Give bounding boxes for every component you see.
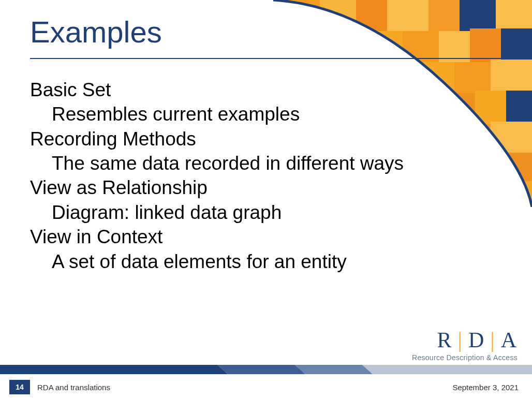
body-line-indent: A set of data elements for an entity (30, 249, 404, 274)
logo-divider-icon: | (457, 328, 463, 352)
svg-rect-25 (491, 122, 532, 153)
svg-rect-18 (454, 62, 491, 93)
svg-rect-5 (428, 0, 460, 31)
svg-rect-11 (403, 31, 439, 62)
logo-tagline: Resource Description & Access (412, 353, 518, 362)
body-line-indent: Resembles current examples (30, 102, 404, 126)
slide-title: Examples (30, 14, 162, 49)
svg-rect-4 (387, 0, 428, 36)
body-line: View as Relationship (30, 175, 404, 200)
body-line: View in Context (30, 225, 404, 249)
svg-marker-32 (362, 365, 532, 374)
slide-body: Basic Set Resembles current examples Rec… (30, 78, 404, 274)
svg-rect-14 (501, 28, 532, 60)
title-divider (30, 58, 501, 59)
svg-marker-30 (217, 365, 305, 374)
svg-rect-7 (496, 0, 532, 28)
svg-rect-8 (304, 26, 335, 57)
svg-rect-13 (470, 28, 501, 62)
slide-footer: 14 RDA and translations September 3, 202… (0, 375, 532, 399)
body-line: Recording Methods (30, 127, 404, 151)
footer-ribbon (0, 365, 532, 374)
logo-letter-d: D (468, 328, 485, 352)
logo-letter-r: R (437, 328, 452, 352)
logo-letter-a: A (501, 328, 518, 352)
svg-rect-19 (491, 60, 532, 91)
rda-logo: R | D | A Resource Description & Access (412, 328, 518, 362)
svg-rect-24 (454, 124, 491, 155)
footer-doc-title: RDA and translations (37, 383, 110, 392)
body-line-indent: The same data recorded in different ways (30, 151, 404, 175)
svg-rect-23 (506, 91, 532, 122)
svg-rect-12 (439, 31, 470, 62)
logo-divider-icon: | (490, 328, 495, 352)
svg-rect-20 (408, 93, 444, 124)
footer-date: September 3, 2021 (452, 383, 519, 392)
svg-rect-9 (335, 26, 372, 57)
body-line-indent: Diagram: linked data graph (30, 200, 404, 225)
svg-marker-31 (295, 365, 373, 374)
page-number: 14 (9, 380, 30, 394)
svg-marker-29 (0, 365, 228, 374)
body-line: Basic Set (30, 78, 404, 102)
